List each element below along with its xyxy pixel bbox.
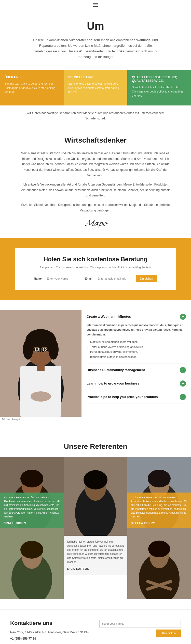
ref-col-3: Ich habe meinen ersten Job vor meinem Ab…	[127, 457, 191, 599]
accordion-header-4[interactable]: Practical tips to help you price your pr…	[87, 394, 186, 400]
nina-testimonial: Ich habe meinen ersten Job vor meinem Ab…	[4, 496, 60, 518]
list-item-1-4: Blandit turpis cursus in hac habitasse.	[87, 355, 186, 360]
svg-point-32	[148, 470, 171, 487]
ref-img-nina: Ich habe meinen ersten Job vor meinem Ab…	[0, 457, 64, 528]
svg-point-28	[84, 470, 107, 489]
accordion-section: Bild von Freepik Create a Webinar in Min…	[0, 300, 191, 432]
contact-phone: +1 (555) 656 77 89	[10, 636, 92, 641]
ref-img-bottom-left	[0, 528, 64, 599]
submit-button[interactable]: Einreichen	[136, 275, 157, 282]
stella-overlay: Ich habe meinen ersten Job vor meinem Ab…	[127, 493, 191, 528]
accordion-header-3[interactable]: Learn how to grow your business +	[87, 380, 186, 387]
site-header	[0, 0, 191, 10]
accordion-title-4: Practical tips to help you price your pr…	[87, 395, 158, 399]
accordion-body-text-1: Interdum velit euismod in pellentesque m…	[87, 323, 186, 337]
card-about-text: Sample text. Click to select the text bo…	[5, 82, 59, 94]
card-quality-title: QUALITÄTSDIENSTLEISTUNG; QUALITÄTSSERVIC…	[132, 75, 186, 83]
email-input[interactable]	[95, 275, 133, 282]
svg-point-9	[36, 348, 38, 351]
signature: 𝓜𝓪𝓹𝓸	[20, 218, 171, 228]
wirtschaft-p1: Mein Name ist Mark Stanson und ich bin e…	[20, 151, 171, 178]
nina-name: NINA HUDSON	[4, 522, 26, 525]
list-item-1-1: Mattis nunc sed blandit libero volutpat.	[87, 340, 186, 345]
card-tips: SCHNELLE TIPPS Sample text. Click to sel…	[64, 70, 127, 105]
cards-row: ÜBER UNS Sample text. Click to select th…	[0, 70, 191, 105]
accordion-content: Create a Webinar in Minutes + Interdum v…	[81, 310, 191, 422]
contact-section: Kontaktiere uns New York, 4140 Parker Rd…	[0, 609, 191, 644]
referenten-section: Unsere Referenten Ich habe meinen ersten…	[0, 432, 191, 609]
svg-point-24	[20, 541, 43, 559]
svg-rect-16	[37, 363, 45, 371]
banner-section: Holen Sie sich kostenlose Beratung Sampl…	[0, 238, 191, 300]
svg-point-10	[44, 348, 46, 351]
accordion-plus-1[interactable]: +	[180, 314, 186, 320]
ref-col-1: Ich habe meinen ersten Job vor meinem Ab…	[0, 457, 64, 599]
ref-card-stella: Ich habe meinen ersten Job vor meinem Ab…	[127, 457, 191, 528]
stella-testimonial: Ich habe meinen ersten Job vor meinem Ab…	[131, 496, 187, 518]
hero-title: Um	[20, 20, 171, 32]
card-quality: QUALITÄTSDIENSTLEISTUNG; QUALITÄTSSERVIC…	[127, 70, 191, 105]
ref-img-stella: Ich habe meinen ersten Job vor meinem Ab…	[127, 457, 191, 528]
nick-name: NICK LARSON	[67, 567, 89, 570]
card-about-title: ÜBER UNS	[5, 75, 59, 79]
accordion-plus-3[interactable]: +	[180, 380, 186, 387]
banner-form: Name Email Einreichen	[28, 275, 163, 282]
contact-address: New York, 4140 Parker Rd. Allentown, New…	[10, 630, 92, 635]
nina-overlay: Ich habe meinen ersten Job vor meinem Ab…	[0, 493, 64, 528]
accordion-header-2[interactable]: Business Sustainability Management +	[87, 367, 186, 373]
ref-col-2: Ich habe meinen ersten Job vor meinem Ab…	[64, 457, 127, 599]
contact-left: Kontaktiere uns New York, 4140 Parker Rd…	[10, 620, 99, 644]
wirtschaft-section: Wirtschaftsdenker Mein Name ist Mark Sta…	[0, 126, 191, 238]
svg-point-20	[20, 470, 43, 487]
accordion-item-1: Create a Webinar in Minutes + Interdum v…	[87, 310, 186, 363]
cards-subtext: Wir führen hochwertige Reparaturen aller…	[0, 105, 191, 126]
ref-card-nick: Ich habe meinen ersten Job vor meinem Ab…	[64, 457, 127, 575]
banner-inner: Holen Sie sich kostenlose Beratung Sampl…	[15, 248, 176, 290]
card-about: ÜBER UNS Sample text. Click to select th…	[0, 70, 64, 105]
hamburger-menu[interactable]	[93, 3, 98, 7]
accordion-image-container: Bild von Freepik	[0, 310, 81, 422]
person-photo	[0, 310, 81, 417]
email-label: Email	[85, 277, 92, 280]
card-tips-title: SCHNELLE TIPPS	[68, 75, 123, 79]
stella-name: STELLA PERRY	[131, 522, 155, 525]
ref-card-bottom-left	[0, 528, 64, 599]
ref-card-nina: Ich habe meinen ersten Job vor meinem Ab…	[0, 457, 64, 528]
svg-point-5	[23, 339, 33, 360]
contact-title: Kontaktiere uns	[10, 620, 92, 626]
contact-send-button[interactable]: Abschicken	[156, 630, 181, 637]
list-item-1-3: Purus ut faucibus pulvinar elementum.	[87, 349, 186, 355]
referenten-grid: Ich habe meinen ersten Job vor meinem Ab…	[0, 457, 191, 599]
svg-point-6	[48, 339, 59, 360]
hero-description: Unsere unkomplizierten Autoberater erläu…	[32, 37, 159, 60]
accordion-item-2: Business Sustainability Management +	[87, 363, 186, 377]
name-input[interactable]	[44, 275, 82, 282]
referenten-title: Unsere Referenten	[0, 442, 191, 451]
image-credit: Bild von Freepik	[0, 417, 81, 422]
accordion-item-4: Practical tips to help you price your pr…	[87, 390, 186, 404]
wirtschaft-p2: Ich entwerfe Verpackungen aller Art und …	[20, 182, 171, 198]
contact-name-input[interactable]	[99, 620, 181, 627]
list-item-1-2: Tortor at risus viverra adipiscing at in…	[87, 345, 186, 350]
signature-image: 𝓜𝓪𝓹𝓸	[85, 218, 106, 227]
ref-img-bottom-right	[127, 528, 191, 599]
hero-section: Um Unsere unkomplizierten Autoberater er…	[0, 10, 191, 70]
svg-point-36	[148, 541, 170, 557]
accordion-title-3: Learn how to grow your business	[87, 381, 139, 385]
name-label: Name	[34, 277, 42, 280]
accordion-title-1: Create a Webinar in Minutes	[87, 315, 131, 318]
svg-point-15	[31, 391, 51, 402]
accordion-plus-2[interactable]: +	[180, 367, 186, 373]
accordion-body-1: Interdum velit euismod in pellentesque m…	[87, 320, 186, 360]
accordion-title-2: Business Sustainability Management	[87, 368, 145, 372]
accordion-header-1[interactable]: Create a Webinar in Minutes +	[87, 314, 186, 320]
wirtschaft-p3: Erzählen Sie mir von Ihren Designwünsche…	[20, 202, 171, 213]
ref-img-nick	[64, 457, 127, 536]
nick-bottom-card: Ich habe meinen ersten Job vor meinem Ab…	[64, 536, 127, 575]
accordion-item-3: Learn how to grow your business +	[87, 377, 186, 390]
banner-description: Sample text. Click to select the text bo…	[28, 265, 163, 270]
wirtschaft-title: Wirtschaftsdenker	[20, 136, 171, 144]
card-quality-text: Sample text. Click to select the text bo…	[132, 85, 186, 98]
accordion-plus-4[interactable]: +	[180, 394, 186, 400]
ref-card-bottom-right	[127, 528, 191, 599]
